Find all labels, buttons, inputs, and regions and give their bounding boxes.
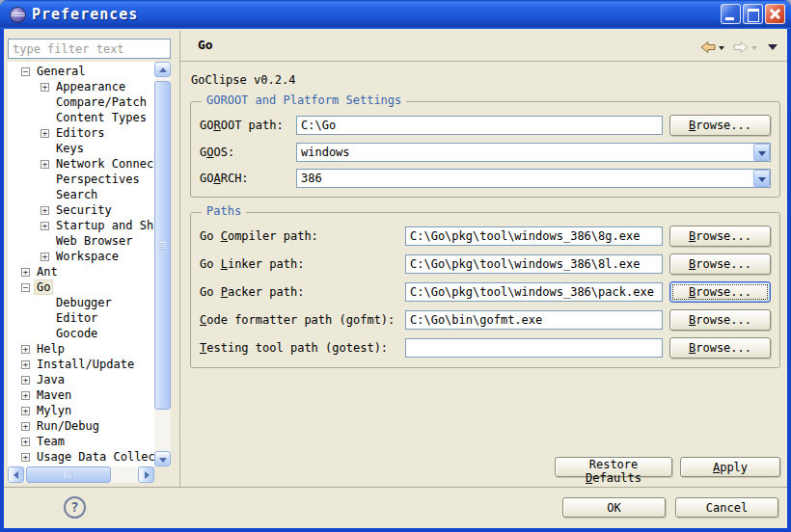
restore-defaults-button[interactable]: Restore Defaults — [555, 457, 672, 477]
code-formatter-path-gofmt-browse-button[interactable]: Browse... — [669, 309, 771, 331]
testing-tool-path-gotest-browse-button[interactable]: Browse... — [669, 337, 771, 359]
forward-icon[interactable] — [733, 40, 749, 54]
back-icon[interactable] — [700, 40, 716, 54]
preferences-tree: −General+AppearanceCompare/PatchContent … — [8, 62, 154, 466]
goos-combo[interactable]: windows — [296, 143, 771, 162]
tree-item-workspace[interactable]: +Workspace — [8, 249, 154, 264]
tree-item-content-types[interactable]: Content Types — [8, 110, 154, 125]
tree-item-install-update[interactable]: +Install/Update — [8, 357, 154, 372]
tree-item-usage-data-collect[interactable]: +Usage Data Collect — [8, 449, 154, 465]
expand-icon[interactable]: + — [21, 391, 30, 400]
settings-pane: Go GoClipse v0.2.4 GOROOT and Platform S… — [180, 29, 787, 487]
scroll-left-icon[interactable] — [8, 466, 24, 483]
ok-button[interactable]: OK — [562, 497, 666, 518]
collapse-icon[interactable]: − — [21, 283, 30, 292]
go-compiler-path-label: Go Compiler path: — [200, 229, 405, 243]
goroot-path-browse-button[interactable]: Browse... — [669, 115, 771, 136]
go-packer-path-browse-button[interactable]: Browse... — [669, 281, 771, 303]
tree-item-editor[interactable]: Editor — [8, 310, 154, 326]
go-linker-path-browse-button[interactable]: Browse... — [669, 253, 771, 275]
goroot-path-label: GOROOT path: — [200, 119, 296, 132]
tree-item-gocode[interactable]: Gocode — [8, 326, 154, 341]
chevron-down-icon[interactable] — [753, 144, 770, 161]
tree-item-label: Keys — [54, 142, 86, 155]
tree-item-mylyn[interactable]: +Mylyn — [8, 403, 154, 418]
vertical-scroll-thumb[interactable] — [154, 81, 171, 410]
tree-item-security[interactable]: +Security — [8, 202, 154, 218]
forward-menu-icon[interactable] — [751, 46, 757, 53]
tree-item-ant[interactable]: +Ant — [8, 264, 154, 279]
tree-item-label: Debugger — [54, 296, 114, 309]
scroll-right-icon[interactable] — [138, 466, 154, 483]
tree-item-label: Help — [35, 342, 67, 356]
scroll-up-icon[interactable] — [154, 62, 171, 77]
expand-icon[interactable]: + — [21, 345, 30, 354]
goroot-path-input[interactable] — [296, 116, 663, 135]
horizontal-scroll-thumb[interactable] — [26, 466, 111, 483]
apply-button[interactable]: Apply — [680, 457, 780, 477]
tree-item-maven[interactable]: +Maven — [8, 387, 154, 403]
tree-item-web-browser[interactable]: Web Browser — [8, 233, 154, 249]
vertical-scrollbar[interactable] — [154, 62, 171, 466]
expand-icon[interactable]: + — [21, 422, 30, 431]
scroll-down-icon[interactable] — [154, 451, 171, 466]
expand-icon[interactable]: + — [41, 206, 49, 215]
tree-item-label: Security — [54, 203, 114, 217]
code-formatter-path-gofmt-input[interactable] — [405, 310, 663, 330]
bottom-bar: ? OK Cancel — [4, 487, 787, 528]
help-icon[interactable]: ? — [64, 496, 86, 519]
expand-icon[interactable]: + — [21, 407, 30, 415]
tree-item-compare-patch[interactable]: Compare/Patch — [8, 94, 154, 110]
expand-icon[interactable]: + — [21, 360, 30, 369]
tree-item-general[interactable]: −General — [8, 64, 154, 79]
horizontal-scrollbar[interactable] — [8, 466, 154, 483]
chevron-down-icon[interactable] — [753, 170, 770, 187]
tree-item-java[interactable]: +Java — [8, 372, 154, 387]
combo-value: 386 — [297, 172, 753, 185]
title-bar[interactable]: Preferences — [0, 0, 791, 29]
tree-item-network-connect[interactable]: +Network Connect — [8, 156, 154, 172]
tree-item-debugger[interactable]: Debugger — [8, 295, 154, 310]
tree-item-run-debug[interactable]: +Run/Debug — [8, 418, 154, 434]
cancel-button[interactable]: Cancel — [675, 497, 778, 518]
go-compiler-path-browse-button[interactable]: Browse... — [669, 226, 771, 247]
tree-item-team[interactable]: +Team — [8, 434, 154, 449]
go-packer-path-input[interactable] — [405, 282, 663, 302]
expand-icon[interactable]: + — [21, 268, 30, 277]
tree-item-go[interactable]: −Go — [8, 279, 154, 295]
expand-icon[interactable]: + — [21, 376, 30, 385]
expand-icon[interactable]: + — [41, 222, 49, 230]
tree-item-appearance[interactable]: +Appearance — [8, 79, 154, 94]
view-menu-icon[interactable] — [768, 44, 777, 55]
minimize-button[interactable] — [721, 4, 741, 24]
expand-icon[interactable]: + — [41, 160, 49, 169]
expand-icon[interactable]: + — [41, 83, 49, 92]
tree-item-perspectives[interactable]: Perspectives — [8, 172, 154, 187]
testing-tool-path-gotest-input[interactable] — [405, 338, 663, 358]
tree-item-startup-and-shu[interactable]: +Startup and Shu — [8, 218, 154, 233]
code-formatter-path-gofmt-label: Code formatter path (gofmt): — [200, 313, 405, 327]
tree-item-keys[interactable]: Keys — [8, 141, 154, 156]
tree-item-editors[interactable]: +Editors — [8, 125, 154, 141]
go-linker-path-input[interactable] — [405, 254, 663, 274]
maximize-button[interactable] — [743, 4, 763, 24]
expand-icon[interactable]: + — [21, 453, 30, 462]
preferences-window: Preferences −General+AppearanceCompare/P… — [0, 0, 791, 532]
combo-value: windows — [297, 146, 753, 159]
tree-item-help[interactable]: +Help — [8, 341, 154, 357]
collapse-icon[interactable]: − — [21, 67, 30, 76]
group-paths: PathsGo Compiler path:Browse...Go Linker… — [190, 212, 780, 368]
close-button[interactable] — [765, 4, 785, 24]
tree-item-label: Web Browser — [54, 234, 134, 248]
back-menu-icon[interactable] — [719, 46, 724, 53]
expand-icon[interactable]: + — [41, 129, 49, 138]
filter-input[interactable] — [8, 39, 171, 59]
tree-item-label: Startup and Shu — [54, 219, 154, 232]
expand-icon[interactable]: + — [21, 438, 30, 446]
expand-icon[interactable]: + — [41, 253, 49, 261]
tree-item-label: Content Types — [54, 111, 149, 124]
go-compiler-path-input[interactable] — [405, 226, 663, 246]
group-title: GOROOT and Platform Settings — [202, 93, 406, 107]
goarch-combo[interactable]: 386 — [296, 169, 771, 188]
tree-item-search[interactable]: Search — [8, 187, 154, 202]
